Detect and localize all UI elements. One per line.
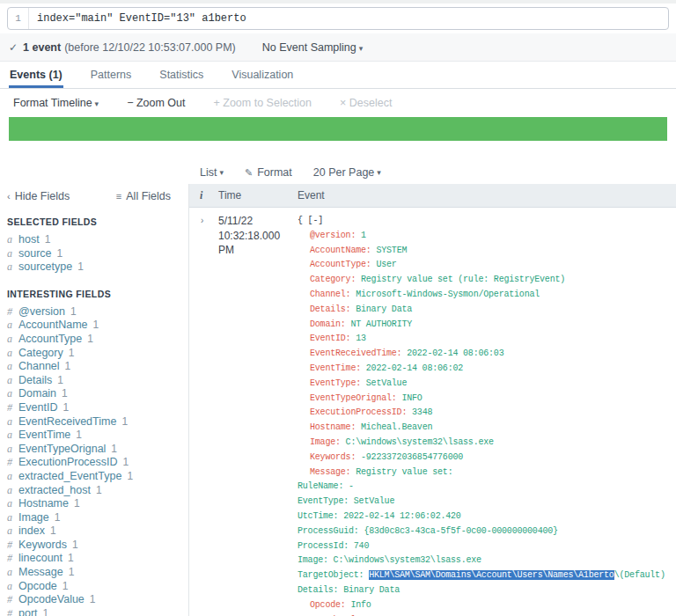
event-json-line[interactable]: Keywords: -9223372036854776000 xyxy=(298,451,676,466)
field-item[interactable]: aDetails1 xyxy=(7,374,181,388)
field-item[interactable]: aEventTypeOrignal1 xyxy=(7,443,181,457)
field-type-icon: a xyxy=(7,524,18,539)
event-json-line[interactable]: OpcodeValue: 0 xyxy=(298,613,676,616)
event-json-line[interactable]: AccountType: User xyxy=(298,258,676,273)
interesting-fields-heading: INTERESTING FIELDS xyxy=(7,289,181,299)
event-json-line[interactable]: EventTime: 2022-02-14 08:06:02 xyxy=(298,362,676,377)
field-item[interactable]: aHostname1 xyxy=(7,497,181,511)
field-item[interactable]: #linecount1 xyxy=(7,552,181,566)
field-item[interactable]: #@version1 xyxy=(7,305,181,319)
all-fields-button[interactable]: ≡All Fields xyxy=(116,190,171,202)
event-json-line[interactable]: Hostname: Micheal.Beaven xyxy=(298,421,676,436)
field-item[interactable]: aextracted_EventType1 xyxy=(7,470,181,484)
event-json-line[interactable]: Category: Registry value set (rule: Regi… xyxy=(298,273,676,288)
field-item[interactable]: aindex1 xyxy=(7,524,181,539)
field-item[interactable]: aextracted_host1 xyxy=(7,484,181,498)
event-json-line[interactable]: Channel: Microsoft-Windows-Sysmon/Operat… xyxy=(298,288,676,303)
field-item[interactable]: aEventReceivedTime1 xyxy=(7,415,181,429)
event-json-line[interactable]: TargetObject: HKLM\SAM\SAM\Domains\Accou… xyxy=(298,568,676,583)
field-item[interactable]: #ExecutionProcessID1 xyxy=(7,456,181,470)
event-json-line[interactable]: EventType: SetValue xyxy=(298,377,676,392)
zoom-to-selection-button: + Zoom to Selection xyxy=(214,97,312,109)
highlighted-value[interactable]: HKLM\SAM\SAM\Domains\Account\Users\Names… xyxy=(369,570,614,580)
event-json-line[interactable]: Image: C:\windows\system32\lsass.exe xyxy=(298,554,676,568)
fields-sidebar-header: ‹Hide Fields ≡All Fields xyxy=(0,184,188,208)
events-table-header: i Time Event xyxy=(189,184,676,208)
event-json-line[interactable]: Details: Binary Data xyxy=(298,583,676,598)
field-type-icon: a xyxy=(7,333,18,347)
expand-event-chevron-icon[interactable]: › xyxy=(189,212,208,616)
results-tab[interactable]: Events (1) xyxy=(9,62,63,88)
event-time: 10:32:18.000 PM xyxy=(218,229,298,258)
results-tab[interactable]: Visualization xyxy=(231,62,294,88)
field-item[interactable]: #OpcodeValue1 xyxy=(7,593,181,607)
event-json-line[interactable]: { [-] xyxy=(298,214,676,229)
event-json-line[interactable]: Domain: NT AUTHORITY xyxy=(298,318,676,333)
event-json-line[interactable]: EventType: SetValue xyxy=(298,495,676,510)
event-sampling-dropdown[interactable]: No Event Sampling▾ xyxy=(262,41,364,54)
event-json-line[interactable]: RuleName: - xyxy=(298,480,676,495)
event-json-line[interactable]: Image: C:\windows\system32\lsass.exe xyxy=(298,436,676,451)
field-item[interactable]: aAccountType1 xyxy=(7,333,181,347)
selected-fields-heading: SELECTED FIELDS xyxy=(7,216,181,227)
events-table: i Time Event › 5/11/22 10:32:18.000 PM {… xyxy=(189,184,676,616)
event-json-line[interactable]: ExecutionProcessID: 3348 xyxy=(298,406,676,421)
event-json-line[interactable]: EventID: 13 xyxy=(298,332,676,347)
event-json-line[interactable]: Opcode: Info xyxy=(298,598,676,613)
event-json-line[interactable]: ProcessId: 740 xyxy=(298,539,676,554)
event-json-line[interactable]: EventReceivedTime: 2022-02-14 08:06:03 xyxy=(298,347,676,362)
results-tab[interactable]: Statistics xyxy=(158,62,204,88)
interesting-fields-list: #@version1 aAccountName1 aAccountType1 a… xyxy=(7,305,181,616)
time-range-label: (before 12/10/22 10:53:07.000 PM) xyxy=(64,41,236,54)
event-json-line[interactable]: AccountName: SYSTEM xyxy=(298,244,676,259)
field-type-icon: a xyxy=(7,260,18,275)
list-view-dropdown[interactable]: List▾ xyxy=(200,166,224,179)
timeline-histogram-bar[interactable] xyxy=(9,117,667,141)
event-count-label: 1 event xyxy=(23,41,61,54)
event-json-line[interactable]: UtcTime: 2022-02-14 12:06:02.420 xyxy=(298,510,676,524)
field-item[interactable]: aMessage1 xyxy=(7,566,181,580)
field-type-icon: # xyxy=(7,607,18,616)
event-json-line[interactable]: @version: 1 xyxy=(298,229,676,244)
event-json-line[interactable]: Message: Registry value set: xyxy=(298,466,676,480)
field-item[interactable]: #EventID1 xyxy=(7,401,181,415)
field-type-icon: # xyxy=(7,552,18,566)
event-json-line[interactable]: Details: Binary Data xyxy=(298,303,676,318)
check-icon: ✓ xyxy=(9,41,18,54)
search-bar-region: 1 index="main" EventID="13" a1berto xyxy=(0,4,676,33)
field-type-icon: a xyxy=(7,387,18,401)
field-item[interactable]: #Keywords1 xyxy=(7,539,181,553)
field-item[interactable]: aEventTime1 xyxy=(7,429,181,443)
per-page-dropdown[interactable]: 20 Per Page▾ xyxy=(313,166,381,179)
field-item[interactable]: aOpcode1 xyxy=(7,580,181,594)
event-column-header: Event xyxy=(298,189,676,202)
field-type-icon: a xyxy=(7,360,18,374)
search-input[interactable]: 1 index="main" EventID="13" a1berto xyxy=(7,7,669,30)
field-item[interactable]: aImage1 xyxy=(7,511,181,525)
field-item[interactable]: aDomain1 xyxy=(7,387,181,401)
chevron-down-icon: ▾ xyxy=(359,44,364,53)
pencil-icon: ✎ xyxy=(245,167,253,179)
format-results-button[interactable]: ✎Format xyxy=(245,166,292,179)
search-query-text[interactable]: index="main" EventID="13" a1berto xyxy=(29,8,668,29)
field-item[interactable]: aCategory1 xyxy=(7,347,181,361)
timeline-region xyxy=(0,117,676,142)
field-item[interactable]: aChannel1 xyxy=(7,360,181,374)
field-type-icon: a xyxy=(7,470,18,484)
field-item[interactable]: aAccountName1 xyxy=(7,319,181,333)
time-column-header: Time xyxy=(218,189,298,202)
field-item[interactable]: asource1 xyxy=(7,247,181,261)
field-item[interactable]: asourcetype1 xyxy=(7,260,181,275)
field-type-icon: # xyxy=(7,456,18,470)
results-tab[interactable]: Patterns xyxy=(90,62,133,88)
field-item[interactable]: ahost1 xyxy=(7,233,181,247)
format-timeline-button[interactable]: Format Timeline▾ xyxy=(13,97,99,109)
selected-fields-list: ahost1 asource1 asourcetype1 xyxy=(7,233,181,275)
zoom-out-button[interactable]: − Zoom Out xyxy=(127,97,185,109)
hide-fields-button[interactable]: ‹Hide Fields xyxy=(7,190,70,202)
field-item[interactable]: #port1 xyxy=(7,607,181,616)
event-json-line[interactable]: ProcessGuid: {83d0c8c3-43ca-5f5f-0c00-00… xyxy=(298,524,676,539)
event-json-line[interactable]: EventTypeOrignal: INFO xyxy=(298,392,676,407)
field-type-icon: a xyxy=(7,415,18,429)
field-type-icon: # xyxy=(7,305,18,319)
